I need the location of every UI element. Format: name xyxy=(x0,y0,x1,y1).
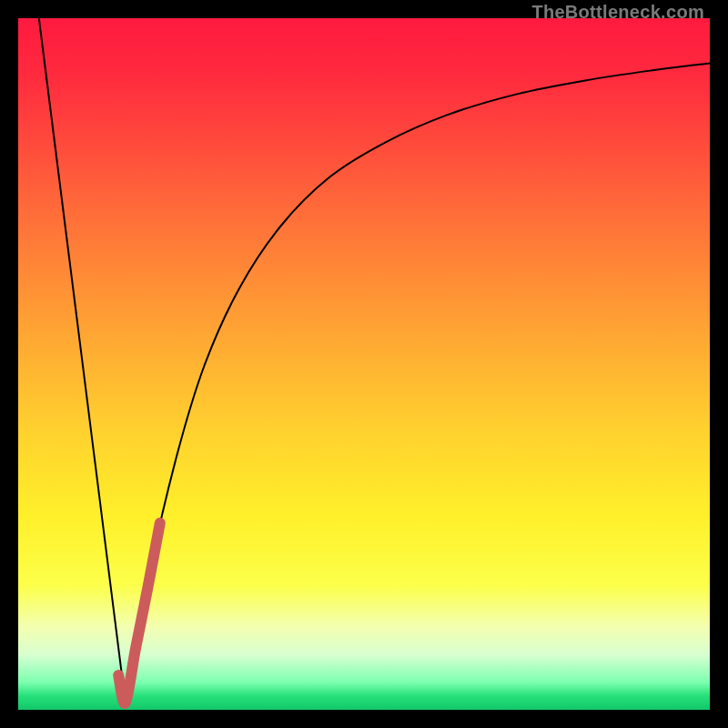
curve-right-branch xyxy=(126,63,710,703)
credit-watermark: TheBottleneck.com xyxy=(531,2,704,23)
plot-area xyxy=(18,18,710,710)
outer-frame: TheBottleneck.com xyxy=(0,0,728,728)
chart-svg xyxy=(18,18,710,710)
curve-left-branch xyxy=(39,18,126,703)
highlight-overlay xyxy=(118,523,160,703)
